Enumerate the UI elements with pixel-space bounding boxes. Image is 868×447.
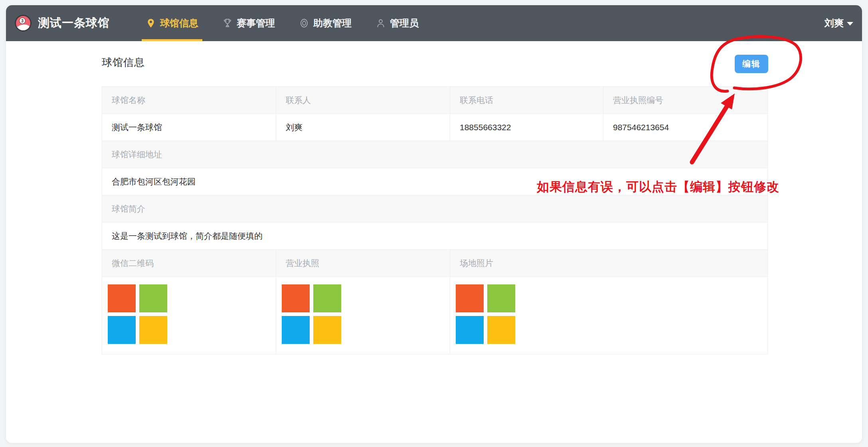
tile-green bbox=[313, 284, 341, 312]
logo-ball-number: 3 bbox=[19, 18, 26, 24]
app-window: 3 测试一条球馆 球馆信息 bbox=[6, 5, 862, 443]
nav-item-events[interactable]: 赛事管理 bbox=[218, 5, 279, 41]
page-title: 球馆信息 bbox=[102, 56, 145, 70]
nav-label: 赛事管理 bbox=[237, 17, 275, 30]
target-icon bbox=[299, 18, 309, 28]
tile-green bbox=[139, 284, 167, 312]
table-row-photos bbox=[102, 277, 767, 354]
wechat-qr-image[interactable] bbox=[108, 284, 167, 344]
wechat-qr-image-cell bbox=[102, 277, 276, 354]
tile-blue bbox=[456, 316, 484, 344]
main-nav: 球馆信息 赛事管理 bbox=[126, 5, 423, 41]
column-header: 微信二维码 bbox=[102, 250, 276, 276]
tile-blue bbox=[282, 316, 310, 344]
venue-info-table: 球馆名称 联系人 联系电话 营业执照编号 测试一条球馆 刘爽 188556633… bbox=[102, 86, 768, 354]
column-header: 联系电话 bbox=[450, 87, 603, 113]
nav-item-assistants[interactable]: 助教管理 bbox=[295, 5, 356, 41]
edit-button[interactable]: 编辑 bbox=[735, 55, 768, 73]
tile-orange bbox=[108, 284, 136, 312]
table-row-basic-values: 测试一条球馆 刘爽 18855663322 987546213654 bbox=[102, 114, 767, 141]
table-row-basic-headers: 球馆名称 联系人 联系电话 营业执照编号 bbox=[102, 87, 767, 114]
contact-name-value: 刘爽 bbox=[276, 114, 450, 141]
table-row-intro-label: 球馆简介 bbox=[102, 195, 767, 223]
intro-label: 球馆简介 bbox=[102, 195, 767, 222]
tile-orange bbox=[282, 284, 310, 312]
address-label: 球馆详细地址 bbox=[102, 141, 767, 168]
table-row-intro-value: 这是一条测试到球馆，简介都是随便填的 bbox=[102, 223, 767, 250]
address-value: 合肥市包河区包河花园 bbox=[102, 168, 767, 195]
main-content: 球馆信息 编辑 球馆名称 联系人 联系电话 营业执照编号 测试一条球馆 刘爽 1… bbox=[6, 41, 862, 443]
table-row-address-value: 合肥市包河区包河花园 bbox=[102, 168, 767, 195]
venue-name-value: 测试一条球馆 bbox=[102, 114, 276, 141]
column-header: 营业执照 bbox=[276, 250, 450, 276]
table-row-address-label: 球馆详细地址 bbox=[102, 141, 767, 168]
venue-photo-cell bbox=[450, 277, 767, 354]
column-header: 球馆名称 bbox=[102, 87, 276, 113]
tile-yellow bbox=[487, 316, 515, 344]
license-number-value: 987546213654 bbox=[603, 114, 767, 141]
table-row-photo-headers: 微信二维码 营业执照 场地照片 bbox=[102, 250, 767, 277]
user-menu[interactable]: 刘爽 bbox=[825, 17, 853, 30]
trophy-icon bbox=[222, 18, 233, 28]
nav-item-venue-info[interactable]: 球馆信息 bbox=[142, 5, 202, 41]
nav-item-admin[interactable]: 管理员 bbox=[372, 5, 423, 41]
person-icon bbox=[376, 18, 386, 28]
top-navbar: 3 测试一条球馆 球馆信息 bbox=[6, 5, 862, 41]
user-name: 刘爽 bbox=[825, 17, 844, 30]
intro-value: 这是一条测试到球馆，简介都是随便填的 bbox=[102, 223, 767, 249]
tile-green bbox=[487, 284, 515, 312]
column-header: 联系人 bbox=[276, 87, 450, 113]
nav-label: 管理员 bbox=[390, 17, 419, 30]
billiard-ball-logo-icon: 3 bbox=[15, 15, 32, 32]
nav-label: 助教管理 bbox=[313, 17, 352, 30]
tile-yellow bbox=[313, 316, 341, 344]
column-header: 营业执照编号 bbox=[603, 87, 767, 113]
nav-label: 球馆信息 bbox=[160, 17, 198, 30]
logo-crescent bbox=[15, 22, 32, 32]
venue-photo-image[interactable] bbox=[456, 284, 515, 344]
license-image[interactable] bbox=[282, 284, 341, 344]
tile-blue bbox=[108, 316, 136, 344]
tile-orange bbox=[456, 284, 484, 312]
location-pin-icon bbox=[146, 18, 156, 28]
venue-title: 测试一条球馆 bbox=[38, 15, 110, 31]
license-image-cell bbox=[276, 277, 450, 354]
chevron-down-icon bbox=[847, 22, 853, 26]
tile-yellow bbox=[139, 316, 167, 344]
column-header: 场地照片 bbox=[450, 250, 767, 276]
contact-phone-value: 18855663322 bbox=[450, 114, 603, 141]
